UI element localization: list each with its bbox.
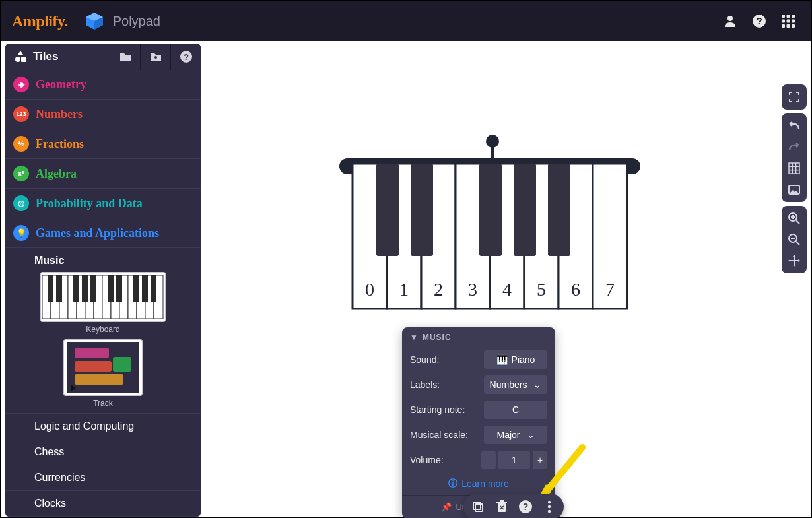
svg-marker-50: [71, 385, 76, 391]
numbers-icon: 123: [13, 106, 29, 122]
svg-rect-14: [792, 24, 795, 28]
svg-rect-66: [548, 164, 570, 256]
subcategory-logic[interactable]: Logic and Computing: [5, 413, 201, 439]
probability-icon: ◎: [13, 195, 29, 211]
svg-rect-108: [790, 260, 798, 261]
tile-keyboard[interactable]: Keyboard: [40, 272, 166, 334]
selection-actionbar: ✕ ?: [463, 494, 564, 518]
starting-note-select[interactable]: C: [484, 401, 547, 419]
subcategory-clocks[interactable]: Clocks: [5, 490, 201, 516]
more-options-button[interactable]: [541, 499, 557, 515]
redo-button[interactable]: [784, 137, 804, 157]
svg-rect-12: [782, 24, 785, 28]
startnote-label: Starting note:: [410, 405, 465, 415]
svg-marker-104: [793, 265, 795, 267]
help-icon[interactable]: ?: [747, 9, 771, 33]
subcategory-dominoes[interactable]: Dominoes: [5, 516, 201, 517]
account-icon[interactable]: [718, 9, 742, 33]
music-settings-panel: ▼ MUSIC Sound: 🎹 Piano Labels: Numbers ⌄…: [402, 327, 555, 518]
tile-track[interactable]: Track: [63, 339, 143, 408]
apps-grid-icon[interactable]: [776, 9, 800, 33]
music-panel-title[interactable]: ▼ MUSIC: [402, 327, 555, 347]
svg-rect-49: [75, 374, 123, 385]
delete-button[interactable]: ✕: [494, 499, 510, 515]
category-fractions[interactable]: ½ Fractions: [5, 129, 201, 159]
svg-point-52: [486, 135, 499, 148]
svg-rect-44: [142, 275, 148, 302]
collapse-triangle-icon: ▼: [410, 333, 419, 342]
learn-more-link[interactable]: ⓘ Learn more: [402, 472, 555, 495]
sound-label: Sound:: [410, 354, 439, 365]
svg-point-77: [548, 505, 551, 508]
polypad-cube-icon[interactable]: [84, 11, 105, 32]
tiles-tab[interactable]: Tiles: [5, 50, 110, 63]
scale-label: Musical scale:: [410, 430, 468, 440]
svg-rect-41: [108, 275, 114, 302]
volume-decrease-button[interactable]: –: [481, 451, 496, 469]
svg-rect-69: [473, 502, 481, 509]
open-folder-button[interactable]: [110, 44, 140, 70]
category-geometry[interactable]: ◈ Geometry: [5, 70, 201, 100]
category-list[interactable]: ◈ Geometry 123 Numbers ½ Fractions x² Al…: [5, 70, 201, 517]
volume-stepper: – 1 +: [481, 451, 547, 469]
tile-help-button[interactable]: ?: [518, 499, 533, 515]
app-header: Amplify. Polypad ?: [1, 1, 811, 41]
svg-text:?: ?: [523, 502, 529, 512]
tiles-tab-label: Tiles: [33, 50, 58, 63]
svg-rect-65: [514, 164, 536, 256]
key-label-4: 4: [502, 279, 512, 300]
svg-rect-90: [789, 163, 799, 174]
shared-folder-button[interactable]: [140, 44, 170, 70]
svg-rect-95: [789, 185, 799, 194]
chevron-down-icon: ⌄: [527, 430, 535, 440]
key-label-6: 6: [571, 279, 580, 300]
fullscreen-button[interactable]: [784, 87, 804, 107]
undo-button[interactable]: [784, 116, 804, 136]
sidebar-help-button[interactable]: ?: [170, 44, 201, 70]
svg-rect-40: [90, 275, 96, 302]
svg-point-78: [548, 510, 551, 513]
zoom-in-button[interactable]: [784, 209, 804, 228]
svg-rect-6: [782, 15, 785, 18]
category-probability[interactable]: ◎ Probability and Data: [5, 189, 201, 218]
svg-rect-37: [56, 275, 62, 302]
subcategory-currencies[interactable]: Currencies: [5, 465, 201, 490]
svg-rect-68: [475, 504, 483, 511]
amplify-logo[interactable]: Amplify.: [12, 13, 68, 30]
music-heading: Music: [5, 248, 201, 272]
labels-select[interactable]: Numbers ⌄: [484, 375, 547, 394]
grid-button[interactable]: [784, 158, 804, 178]
svg-line-101: [796, 242, 799, 245]
export-image-button[interactable]: [784, 179, 804, 199]
category-algebra[interactable]: x² Algebra: [5, 159, 201, 189]
volume-increase-button[interactable]: +: [533, 451, 547, 469]
svg-marker-15: [18, 51, 23, 55]
category-numbers[interactable]: 123 Numbers: [5, 100, 201, 129]
pan-button[interactable]: [784, 251, 804, 271]
svg-text:✕: ✕: [499, 504, 504, 511]
copy-button[interactable]: [470, 499, 486, 515]
svg-rect-72: [500, 500, 504, 502]
geometry-icon: ◈: [13, 77, 29, 92]
unpin-icon: 📌: [441, 502, 452, 512]
svg-marker-103: [793, 255, 795, 257]
svg-text:?: ?: [756, 15, 762, 26]
svg-rect-63: [411, 164, 433, 256]
svg-rect-39: [82, 275, 88, 302]
key-label-3: 3: [468, 279, 477, 300]
svg-rect-42: [116, 275, 122, 302]
svg-point-16: [15, 57, 20, 62]
right-toolbar: [782, 84, 807, 273]
svg-rect-47: [75, 361, 112, 372]
sound-select[interactable]: 🎹 Piano: [484, 350, 547, 369]
svg-rect-8: [792, 15, 795, 18]
zoom-out-button[interactable]: [784, 230, 804, 249]
svg-rect-11: [792, 20, 795, 23]
svg-rect-7: [787, 15, 790, 18]
category-games[interactable]: 💡 Games and Applications: [5, 218, 201, 248]
sidebar-header: Tiles ?: [5, 44, 201, 70]
subcategory-chess[interactable]: Chess: [5, 439, 201, 465]
scale-select[interactable]: Major ⌄: [484, 426, 547, 444]
volume-value: 1: [498, 451, 530, 469]
piano-icon: 🎹: [496, 354, 508, 365]
